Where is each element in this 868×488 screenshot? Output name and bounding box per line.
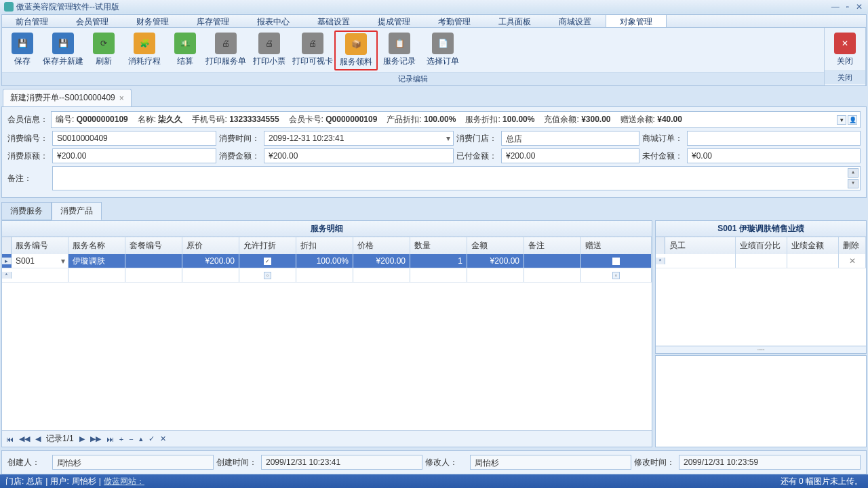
table-row[interactable]: ▸ S001▾ 伊璇调肤 ¥200.00 ✓ 100.00% ¥200.00 1… [2, 254, 652, 268]
tab-service[interactable]: 消费服务 [1, 202, 52, 220]
pager-next[interactable]: ▶ [79, 434, 85, 443]
pager-remove[interactable]: − [129, 435, 133, 443]
scroll-up-icon[interactable]: ▴ [848, 168, 859, 178]
col-orig-price[interactable]: 原价 [182, 237, 239, 254]
delete-icon[interactable]: ✕ [849, 256, 856, 266]
menu-member[interactable]: 会员管理 [62, 15, 123, 27]
pager-save[interactable]: ✓ [149, 434, 155, 443]
scroll-down-icon[interactable]: ▾ [848, 179, 859, 188]
col-allow-discount[interactable]: 允许打折 [239, 237, 296, 254]
printer-icon: 🖨 [215, 33, 237, 54]
checkbox-icon: ✓ [264, 258, 271, 265]
ribbon-consume[interactable]: 🧩消耗疗程 [123, 30, 166, 70]
pager-cancel[interactable]: ✕ [160, 434, 166, 443]
ribbon-select-order[interactable]: 📄选择订单 [421, 30, 465, 70]
cell-price[interactable]: ¥200.00 [353, 254, 410, 268]
ribbon-save-new[interactable]: 💾保存并新建 [41, 30, 85, 70]
pager-nextpage[interactable]: ▶▶ [90, 434, 101, 443]
cell-service-name[interactable]: 伊璇调肤 [68, 254, 125, 268]
member-lookup-button[interactable]: 👤 [848, 115, 857, 125]
orig-amount-input[interactable]: ¥200.00 [52, 148, 216, 163]
row-indicator-icon: ▸ [2, 258, 12, 264]
ribbon-refresh[interactable]: ⟳刷新 [85, 30, 123, 70]
doc-tab-close-icon[interactable]: × [119, 94, 124, 103]
ribbon-print-receipt[interactable]: 🖨打印小票 [248, 30, 291, 70]
menu-stock[interactable]: 库存管理 [183, 15, 243, 27]
rcol-pct[interactable]: 业绩百分比 [736, 237, 787, 254]
cell-qty[interactable]: 1 [410, 254, 467, 268]
menu-base[interactable]: 基础设置 [304, 15, 364, 27]
cell-package-no[interactable] [125, 254, 182, 268]
splitter-handle[interactable]: ┈┈ [655, 346, 867, 354]
mall-order-label: 商城订单： [642, 133, 684, 144]
new-row-indicator-icon: * [2, 272, 12, 279]
cell-amount[interactable]: ¥200.00 [467, 254, 524, 268]
menu-front[interactable]: 前台管理 [2, 15, 62, 27]
cell-discount[interactable]: 100.00% [296, 254, 353, 268]
menu-commission[interactable]: 提成管理 [364, 15, 425, 27]
menu-finance[interactable]: 财务管理 [123, 15, 183, 27]
grid-title: 服务明细 [1, 220, 652, 237]
ribbon-print-service[interactable]: 🖨打印服务单 [204, 30, 248, 70]
restore-button[interactable]: ▫ [845, 2, 850, 12]
ribbon-save[interactable]: 💾保存 [3, 30, 41, 70]
mall-order-input[interactable] [687, 131, 861, 146]
col-discount[interactable]: 折扣 [296, 237, 353, 254]
store-input[interactable]: 总店 [501, 131, 639, 146]
menu-mall[interactable]: 商城设置 [545, 15, 606, 27]
new-row[interactable]: * ✕ [656, 254, 866, 268]
pager-prev[interactable]: ◀ [35, 434, 41, 443]
cell-service-no[interactable]: S001▾ [12, 254, 68, 268]
store-label: 消费门店： [456, 133, 498, 144]
menu-tools[interactable]: 工具面板 [485, 15, 545, 27]
menu-report[interactable]: 报表中心 [243, 15, 304, 27]
grid-body: ▸ S001▾ 伊璇调肤 ¥200.00 ✓ 100.00% ¥200.00 1… [1, 254, 652, 431]
ribbon-service-record[interactable]: 📋服务记录 [378, 30, 421, 70]
col-service-name[interactable]: 服务名称 [68, 237, 125, 254]
col-service-no[interactable]: 服务编号 [12, 237, 68, 254]
status-upload: 还有 0 幅图片未上传。 [781, 476, 863, 487]
ribbon-service-material[interactable]: 📦服务领料 [334, 30, 378, 70]
rcol-emp[interactable]: 员工 [665, 237, 736, 254]
doc-tab[interactable]: 新建消费开单--S0010000409 × [3, 89, 132, 106]
pager-edit[interactable]: ▴ [139, 434, 143, 443]
status-bar: 门店: 总店 | 用户: 周怡杉 | 傲蓝网站： 还有 0 幅图片未上传。 [0, 474, 868, 488]
col-amount[interactable]: 金额 [467, 237, 524, 254]
rcol-amt[interactable]: 业绩金额 [787, 237, 839, 254]
ribbon-settle[interactable]: 💵结算 [166, 30, 204, 70]
close-button[interactable]: ✕ [854, 2, 864, 12]
rcol-del[interactable]: 删除 [839, 237, 866, 254]
pager-last[interactable]: ⏭ [106, 435, 114, 443]
remark-input[interactable]: ▴▾ [52, 166, 861, 190]
member-dropdown-icon[interactable]: ▾ [837, 115, 846, 125]
cell-allow-discount[interactable]: ✓ [239, 254, 296, 268]
pager-prevpage[interactable]: ◀◀ [19, 434, 30, 443]
menu-object[interactable]: 对象管理 [606, 15, 667, 27]
order-time-input[interactable]: 2099-12-31 10:23:41 [264, 131, 454, 146]
member-label: 会员信息： [7, 114, 48, 125]
app-icon [4, 2, 14, 12]
minimize-button[interactable]: — [830, 2, 841, 12]
pager-add[interactable]: + [119, 435, 123, 443]
paid-input[interactable]: ¥200.00 [501, 148, 639, 163]
order-no-input[interactable]: S0010000409 [52, 131, 216, 146]
col-remark[interactable]: 备注 [524, 237, 581, 254]
unpaid-input[interactable]: ¥0.00 [687, 148, 861, 163]
menu-attendance[interactable]: 考勤管理 [425, 15, 485, 27]
cell-orig-price[interactable]: ¥200.00 [182, 254, 239, 268]
col-package-no[interactable]: 套餐编号 [125, 237, 182, 254]
amount-input[interactable]: ¥200.00 [264, 148, 454, 163]
tab-product[interactable]: 消费产品 [52, 202, 102, 220]
col-gift[interactable]: 赠送 [581, 237, 652, 254]
ribbon-print-card[interactable]: 🖨打印可视卡 [291, 30, 334, 70]
pager-record: 记录1/1 [46, 433, 74, 445]
ribbon-close[interactable]: ✕关闭 [826, 30, 864, 69]
col-price[interactable]: 价格 [353, 237, 410, 254]
status-website-link[interactable]: 傲蓝网站： [104, 476, 144, 487]
cell-gift[interactable] [581, 254, 652, 268]
pager-first[interactable]: ⏮ [6, 435, 14, 443]
checkbox-icon: ▫ [612, 272, 620, 279]
new-row[interactable]: * ▫ ▫ [2, 268, 652, 283]
col-qty[interactable]: 数量 [410, 237, 467, 254]
cell-remark[interactable] [524, 254, 581, 268]
